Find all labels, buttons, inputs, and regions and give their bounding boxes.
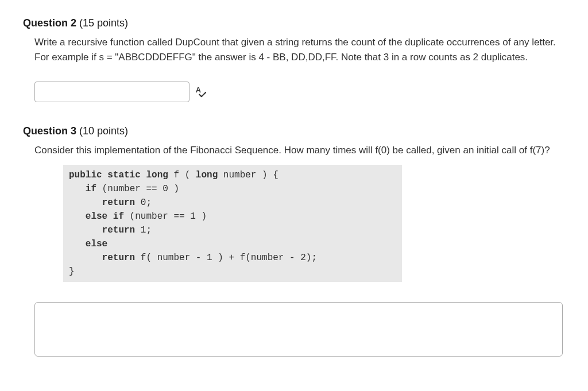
code-text: f( number - 1 ) + f(number - 2); [135, 253, 317, 263]
question-3-label: Question 3 [23, 125, 76, 137]
question-3-block: Question 3 (10 points) Consider this imp… [23, 125, 565, 359]
code-text: f ( [168, 170, 196, 180]
code-block: public static long f ( long number ) { i… [63, 165, 402, 282]
code-text: } [69, 266, 75, 277]
code-text: 0; [135, 198, 152, 208]
code-text: number ) { [218, 170, 278, 180]
question-2-block: Question 2 (15 points) Write a recursive… [23, 17, 565, 102]
code-kw: return [69, 225, 135, 235]
question-2-label: Question 2 [23, 17, 76, 29]
svg-text:A: A [196, 86, 201, 94]
code-kw: long [196, 170, 218, 180]
question-3-title: Question 3 (10 points) [23, 125, 565, 137]
question-3-body: Consider this implementation of the Fibo… [23, 143, 565, 158]
question-3-answer-textarea[interactable] [34, 302, 563, 357]
question-2-answer-input[interactable] [34, 82, 189, 102]
code-kw: public static long [69, 170, 168, 180]
code-kw: if [69, 184, 96, 194]
question-2-body: Write a recursive function called DupCou… [23, 35, 565, 64]
question-2-title: Question 2 (15 points) [23, 17, 565, 29]
code-kw: else [69, 239, 107, 249]
code-text: (number == 1 ) [124, 211, 207, 222]
question-2-points: (15 points) [76, 17, 128, 29]
code-kw: return [69, 198, 135, 208]
code-text: (number == 0 ) [96, 184, 179, 194]
code-kw: return [69, 253, 135, 263]
spellcheck-icon[interactable]: A [194, 86, 207, 98]
code-kw: else if [69, 211, 124, 222]
question-2-answer-row: A [23, 82, 565, 102]
question-3-points: (10 points) [76, 125, 128, 137]
code-text: 1; [135, 225, 152, 235]
